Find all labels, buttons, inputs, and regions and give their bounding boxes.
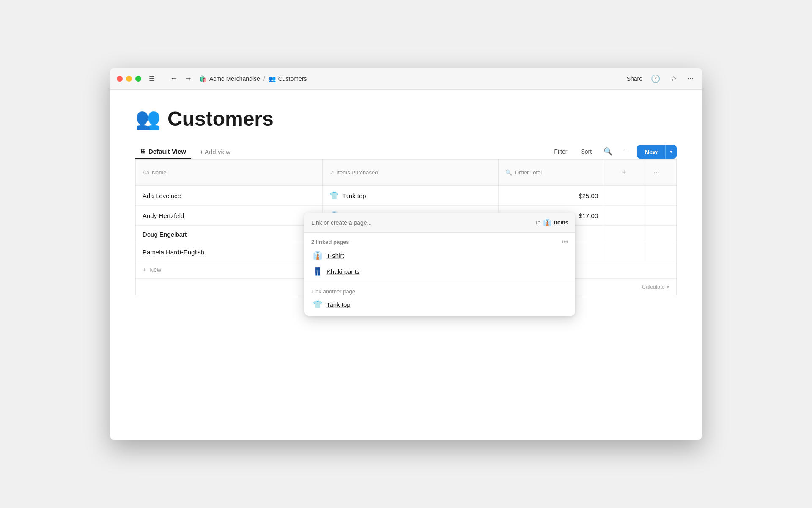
calculate-chevron-icon: ▾ <box>667 284 669 290</box>
link-another-section: Link another page 👕 Tank top <box>304 285 575 316</box>
item-label: Khaki pants <box>326 268 359 275</box>
sort-button[interactable]: Sort <box>576 146 596 157</box>
popup-search-context: In 👔 Items <box>536 218 568 226</box>
maximize-button[interactable] <box>135 76 141 82</box>
total-col-label: Order Total <box>515 169 542 176</box>
app-icon: 🛍️ <box>200 75 207 82</box>
in-label: In <box>536 219 540 226</box>
filter-button[interactable]: Filter <box>550 146 571 157</box>
page-title: Customers <box>167 107 274 130</box>
nav-buttons: ← → <box>167 72 195 85</box>
titlebar-right: Share 🕐 ☆ ··· <box>627 72 695 85</box>
toolbar-right: Filter Sort 🔍 ··· New ▾ <box>550 144 677 159</box>
link-popup: In 👔 Items 2 linked pages ••• 👔 T-shirt <box>304 213 575 316</box>
popup-container: In 👔 Items 2 linked pages ••• 👔 T-shirt <box>304 213 575 316</box>
add-view-label: + Add view <box>200 148 230 155</box>
new-record-button[interactable]: New <box>637 145 665 159</box>
popup-divider <box>304 283 575 283</box>
more-options-button[interactable]: ··· <box>686 72 695 85</box>
back-button[interactable]: ← <box>167 72 180 85</box>
view-tab-label: Default View <box>148 148 186 155</box>
column-order-total[interactable]: 🔍 Order Total <box>499 160 605 186</box>
search-button[interactable]: 🔍 <box>601 144 615 159</box>
item-label: Tank top <box>326 301 351 308</box>
item-icon: 👖 <box>313 267 322 276</box>
new-button-group: New ▾ <box>637 145 677 159</box>
name-col-label: Name <box>152 169 167 176</box>
row-items-cell[interactable]: 👕 Tank top <box>322 186 498 206</box>
linked-section-more-button[interactable]: ••• <box>561 238 568 246</box>
table-header-row: Aa Name ↗ Items Purchased <box>136 160 676 186</box>
page-icon: 👥 <box>269 75 276 82</box>
row-more-cell <box>643 226 676 243</box>
forward-button[interactable]: → <box>182 72 195 85</box>
plus-icon: + <box>143 266 146 273</box>
row-total-cell: $25.00 <box>499 186 605 206</box>
page-header: 👥 Customers <box>135 107 677 130</box>
more-table-options-button[interactable]: ··· <box>620 145 632 159</box>
calculate-label: Calculate <box>642 284 665 290</box>
row-add-cell <box>605 206 643 226</box>
linked-item-tshirt[interactable]: 👔 T-shirt <box>311 247 568 263</box>
item-icon: 👕 <box>313 300 322 309</box>
minimize-button[interactable] <box>126 76 132 82</box>
more-fields-header: ··· <box>643 160 676 186</box>
breadcrumb-app[interactable]: 🛍️ Acme Merchandise <box>200 75 260 82</box>
titlebar: ☰ ← → 🛍️ Acme Merchandise / 👥 Customers … <box>110 68 702 90</box>
row-more-cell <box>643 186 676 206</box>
breadcrumb-separator: / <box>263 75 265 82</box>
view-toolbar: ⊞ Default View + Add view Filter Sort 🔍 … <box>135 144 677 159</box>
linked-item-khaki[interactable]: 👖 Khaki pants <box>311 263 568 279</box>
row-more-cell <box>643 243 676 261</box>
app-name: Acme Merchandise <box>209 75 260 82</box>
breadcrumb: 🛍️ Acme Merchandise / 👥 Customers <box>200 75 307 82</box>
item-label: Tank top <box>342 192 366 199</box>
new-row-label: New <box>149 266 161 273</box>
page-title-icon: 👥 <box>135 107 161 130</box>
total-col-icon: 🔍 <box>505 169 512 176</box>
row-add-cell <box>605 186 643 206</box>
traffic-lights <box>117 76 141 82</box>
item-icon: 👔 <box>313 251 322 260</box>
popup-search-input[interactable] <box>311 219 531 226</box>
row-name-cell: Doug Engelbart <box>136 226 322 243</box>
main-content: 👥 Customers ⊞ Default View + Add view Fi… <box>110 90 702 440</box>
add-field-button[interactable]: + <box>616 164 633 181</box>
favorite-button[interactable]: ☆ <box>669 72 679 85</box>
row-more-cell <box>643 206 676 226</box>
share-button[interactable]: Share <box>627 75 642 82</box>
new-record-chevron[interactable]: ▾ <box>665 145 677 159</box>
item-icon: 👕 <box>329 191 339 200</box>
row-name-cell: Pamela Hardt-English <box>136 243 322 261</box>
row-add-cell <box>605 243 643 261</box>
default-view-tab[interactable]: ⊞ Default View <box>135 144 191 159</box>
page-name: Customers <box>278 75 307 82</box>
name-col-icon: Aa <box>143 169 149 176</box>
linked-pages-section: 2 linked pages ••• 👔 T-shirt 👖 Khaki pan… <box>304 233 575 281</box>
add-field-header[interactable]: + <box>605 160 643 186</box>
more-fields-button[interactable]: ··· <box>650 165 662 181</box>
linked-section-header: 2 linked pages ••• <box>311 238 568 246</box>
link-another-label: Link another page <box>311 288 568 295</box>
column-items-purchased[interactable]: ↗ Items Purchased <box>322 160 498 186</box>
table-row[interactable]: Ada Lovelace 👕 Tank top $25.00 <box>136 186 676 206</box>
app-window: ☰ ← → 🛍️ Acme Merchandise / 👥 Customers … <box>110 68 702 440</box>
in-icon: 👔 <box>543 218 551 226</box>
popup-search-bar: In 👔 Items <box>304 213 575 233</box>
items-col-label: Items Purchased <box>337 169 378 176</box>
row-add-cell <box>605 226 643 243</box>
linked-section-title: 2 linked pages <box>311 239 349 245</box>
item-label: T-shirt <box>326 252 344 259</box>
row-name-cell: Ada Lovelace <box>136 186 322 206</box>
items-col-icon: ↗ <box>329 169 334 176</box>
suggestion-item-tanktop[interactable]: 👕 Tank top <box>311 296 568 312</box>
breadcrumb-page[interactable]: 👥 Customers <box>269 75 307 82</box>
row-name-cell: Andy Hertzfeld <box>136 206 322 226</box>
view-tab-icon: ⊞ <box>140 147 146 155</box>
column-name[interactable]: Aa Name <box>136 160 322 186</box>
close-button[interactable] <box>117 76 123 82</box>
add-view-button[interactable]: + Add view <box>195 145 236 159</box>
sidebar-toggle-button[interactable]: ☰ <box>146 73 157 84</box>
history-button[interactable]: 🕐 <box>649 72 662 85</box>
in-text: Items <box>554 219 568 226</box>
